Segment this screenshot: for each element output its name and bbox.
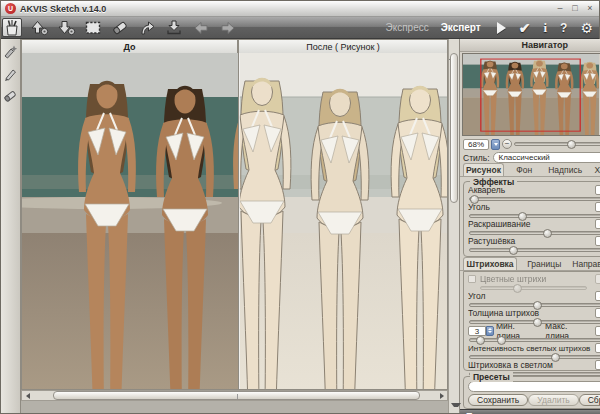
repeat-bar[interactable]: Повторить: [460, 409, 600, 414]
charcoal-slider[interactable]: [469, 214, 600, 218]
scroll-down-icon[interactable]: [451, 403, 461, 407]
main-toolbar: Экспресс Эксперт ✔ i ? ⚙: [1, 17, 599, 39]
window-title: AKVIS Sketch v.14.0: [20, 4, 555, 14]
pencil-cup-icon[interactable]: [2, 18, 22, 37]
coloration-label: Раскрашивание: [468, 219, 595, 229]
undo-icon[interactable]: [191, 18, 211, 37]
eraser-pencil-icon[interactable]: [110, 18, 130, 37]
share-icon[interactable]: [137, 18, 157, 37]
colored-strokes-value: 13: [595, 274, 600, 284]
watercolor-value[interactable]: 0: [595, 185, 600, 195]
min-length-value[interactable]: 3: [468, 326, 494, 336]
colored-strokes-slider: [480, 286, 587, 290]
app-window: U AKVIS Sketch v.14.0 – □ ×: [0, 0, 600, 414]
angle-value[interactable]: 45: [595, 291, 600, 301]
light-strokes-intensity-label: Интенсивность светлых штрихов: [468, 344, 595, 353]
settings-sidebar: Навигатор: [459, 39, 600, 413]
tab-background[interactable]: Фон: [504, 163, 545, 176]
after-panel-label[interactable]: После ( Рисунок ): [238, 39, 448, 53]
effects-group: Эффекты Акварель 0 Уголь 3 Раскрашивание…: [463, 181, 600, 257]
akvis-logo-icon: U: [5, 3, 16, 14]
close-button[interactable]: ×: [585, 4, 595, 13]
maximize-button[interactable]: □: [570, 4, 580, 13]
vscroll-thumb[interactable]: [450, 53, 458, 203]
save-preset-button[interactable]: Сохранить: [468, 394, 528, 406]
zoom-input[interactable]: 68%: [463, 139, 489, 150]
apply-check-icon[interactable]: ✔: [519, 20, 531, 36]
presets-group: Пресеты Сохранить Удалить Сброс: [463, 376, 600, 409]
presets-legend: Пресеты: [470, 372, 513, 382]
tab-direction[interactable]: Направление: [571, 257, 600, 270]
mode-express[interactable]: Экспресс: [385, 22, 428, 33]
smudging-value[interactable]: 6: [595, 236, 600, 246]
reset-button[interactable]: Сброс: [579, 394, 600, 406]
tab-hatching[interactable]: Штриховка: [463, 257, 517, 270]
hatching-in-light-label: Штриховка в светлом: [468, 360, 595, 370]
beach-photo-sketch-preview: [22, 53, 448, 390]
zoom-out-button[interactable]: −: [502, 139, 512, 149]
image-area: До После ( Рисунок ): [21, 39, 448, 413]
vertical-scrollbar[interactable]: [448, 39, 459, 413]
settings-gear-icon[interactable]: ⚙: [580, 20, 593, 36]
save-image-icon[interactable]: [56, 18, 76, 37]
charcoal-value[interactable]: 3: [595, 202, 600, 212]
charcoal-label: Уголь: [468, 202, 595, 212]
smudging-slider[interactable]: [469, 248, 600, 252]
length-range-slider[interactable]: [469, 338, 600, 342]
help-icon[interactable]: ?: [560, 21, 567, 35]
angle-slider[interactable]: [469, 303, 600, 307]
title-bar: U AKVIS Sketch v.14.0 – □ ×: [1, 1, 599, 17]
preview-brush-tool-icon[interactable]: [3, 43, 19, 59]
colored-strokes-label: Цветные штрихи: [480, 274, 595, 284]
open-image-icon[interactable]: [29, 18, 49, 37]
max-length-value[interactable]: 10: [595, 326, 600, 336]
hscroll-thumb[interactable]: [53, 391, 420, 400]
watercolor-slider[interactable]: [469, 197, 600, 201]
minimize-button[interactable]: –: [555, 4, 565, 13]
tab-drawing[interactable]: Рисунок: [463, 163, 504, 176]
effects-legend: Эффекты: [470, 177, 517, 187]
left-tool-strip: [1, 39, 21, 413]
zoom-slider[interactable]: [514, 142, 600, 146]
horizontal-scrollbar[interactable]: [21, 390, 448, 401]
zoom-dropdown-icon[interactable]: [491, 139, 500, 150]
smudging-label: Растушёвка: [468, 236, 595, 246]
import-icon[interactable]: [164, 18, 184, 37]
tab-caption[interactable]: Надпись: [545, 163, 586, 176]
coloration-value[interactable]: 47: [595, 219, 600, 229]
coloration-slider[interactable]: [469, 231, 600, 235]
light-strokes-intensity-slider[interactable]: [469, 355, 600, 359]
style-select[interactable]: Классический: [493, 152, 600, 163]
tab-edges[interactable]: Границы: [517, 257, 571, 270]
mode-expert[interactable]: Эксперт: [441, 22, 481, 33]
navigator-thumbnail[interactable]: [462, 53, 600, 136]
navigator-title: Навигатор: [460, 39, 600, 52]
stroke-direction-pencil-icon[interactable]: [3, 65, 19, 81]
info-icon[interactable]: i: [543, 20, 547, 36]
colored-strokes-checkbox[interactable]: [468, 275, 476, 283]
print-frame-icon[interactable]: [83, 18, 103, 37]
stroke-thickness-label: Толщина штрихов: [468, 308, 595, 318]
preset-select[interactable]: [468, 381, 600, 392]
run-icon[interactable]: [497, 22, 506, 34]
hatching-group: Цветные штрихи 13 Угол 45 Толщина штрихо…: [463, 271, 600, 371]
delete-preset-button[interactable]: Удалить: [528, 394, 578, 406]
preview-canvas[interactable]: [21, 53, 448, 390]
light-strokes-intensity-value[interactable]: 5: [595, 343, 600, 353]
stroke-thickness-value[interactable]: 3: [595, 308, 600, 318]
stroke-thickness-slider[interactable]: [469, 320, 600, 324]
scroll-left-icon[interactable]: [22, 391, 33, 400]
eraser-tool-icon[interactable]: [3, 87, 19, 103]
scroll-right-icon[interactable]: [436, 391, 447, 400]
tab-canvas[interactable]: Холст: [586, 163, 600, 176]
style-label: Стиль:: [463, 153, 490, 163]
navigator-preview-image: [463, 54, 599, 135]
before-panel-label[interactable]: До: [21, 39, 238, 53]
angle-label: Угол: [468, 291, 595, 301]
hatching-in-light-value[interactable]: 95: [595, 360, 600, 370]
redo-icon[interactable]: [218, 18, 238, 37]
